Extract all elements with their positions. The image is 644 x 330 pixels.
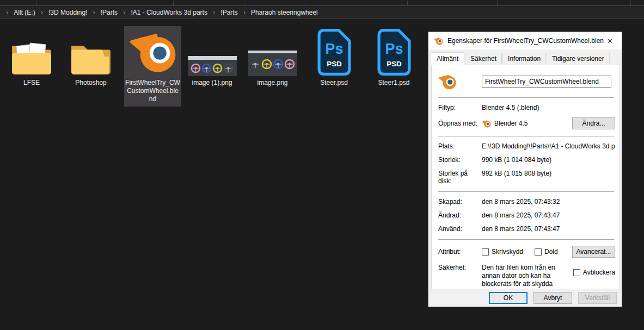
wheel-dark-icon [250,59,261,70]
file-label: Steer.psd [305,79,363,87]
filename-input[interactable] [482,76,611,88]
filetype-label: Filtyp: [438,104,482,111]
file-label: Photoshop [65,79,117,87]
tab-tidigare-versioner[interactable]: Tidigare versioner [547,53,610,64]
blender-icon [438,72,457,91]
breadcrumb-item-pharaoh[interactable]: Pharaoh steeringwheel [250,8,319,17]
opens-with-label: Öppnas med: [438,120,482,127]
toolbar-separator [497,1,498,5]
divider [438,191,614,192]
folder-with-documents-icon [10,40,53,76]
apply-button[interactable]: Verkställ [578,292,617,304]
modified-label: Ändrad: [438,211,482,219]
tab-allmant[interactable]: Allmänt [431,52,464,65]
wheel-pink-icon [191,63,201,73]
accessed-value: den 8 mars 2025, 07:43:47 [482,225,615,233]
wheel-yellow-icon [212,63,223,73]
file-label: FirstWheelTry_CWCustomWheel.blend [124,79,181,103]
svg-text:PSD: PSD [327,60,342,68]
dialog-footer: OK Avbryt Verkställ [428,289,622,307]
file-item-image-png[interactable]: image.png [244,26,301,107]
breadcrumb-item-parts[interactable]: !Parts [100,8,119,17]
wheel-yellow-icon [261,59,272,70]
toolbar-separator [36,1,37,5]
file-label: LFSE [5,79,58,87]
file-label: image.png [244,79,301,87]
folder-icon [70,40,112,76]
location-label: Plats: [438,142,482,150]
filetype-value: Blender 4.5 (.blend) [482,104,615,111]
hidden-checkbox[interactable] [535,248,542,256]
file-item-image1-png[interactable]: image (1).png [183,26,241,107]
svg-text:PSD: PSD [387,60,402,68]
readonly-checkbox-label: Skrivskydd [492,248,523,256]
file-item-steer-psd[interactable]: Ps PSD Steer.psd [305,26,363,107]
chevron-right-icon: › [243,7,246,18]
chevron-right-icon: › [213,7,215,18]
divider [438,136,614,136]
security-text: Den här filen kom från en annan dator oc… [482,264,571,289]
cancel-button[interactable]: Avbryt [533,292,572,304]
security-label: Säkerhet: [438,264,482,271]
accessed-label: Använd: [438,225,482,233]
chevron-right-icon: › [123,7,125,18]
dialog-tabs: Allmänt Säkerhet Information Tidigare ve… [428,49,622,64]
unblock-checkbox[interactable] [573,269,580,276]
size-value: 990 kB (1 014 084 byte) [482,156,615,164]
divider [438,97,614,98]
chevron-right-icon: › [41,7,43,18]
tab-sakerhet[interactable]: Säkerhet [465,53,502,64]
modified-value: den 8 mars 2025, 07:43:47 [482,211,615,219]
readonly-checkbox[interactable] [482,248,489,256]
tab-information[interactable]: Information [502,53,546,64]
toolbar-separator [407,1,408,5]
svg-text:Ps: Ps [385,41,403,57]
general-tab-panel: Filtyp: Blender 4.5 (.blend) Öppnas med:… [431,65,620,289]
blender-icon [434,36,443,46]
toolbar-separator [630,1,631,5]
breadcrumb-item-cloudworks[interactable]: !A1 - CloudWorks 3d parts [130,8,208,17]
file-label: image (1).png [183,79,241,87]
hidden-checkbox-label: Dold [544,248,558,256]
psd-file-icon: Ps PSD [317,28,351,76]
advanced-button[interactable]: Avancerat... [572,246,615,258]
wheel-pink-icon [284,59,295,70]
breadcrumb-item-3d-modding[interactable]: !3D Modding! [47,8,88,17]
toolbar-separator [173,1,174,5]
dialog-title: Egenskaper för FirstWheelTry_CWCustomWhe… [447,37,604,45]
file-item-lfse[interactable]: LFSE [5,26,58,107]
file-label: Steer1.psd [365,79,422,87]
wheel-blue-icon [273,59,284,70]
chevron-right-icon: › [6,7,8,18]
dialog-titlebar[interactable]: Egenskaper för FirstWheelTry_CWCustomWhe… [428,32,622,49]
svg-text:Ps: Ps [325,41,343,57]
ok-button[interactable]: OK [489,292,528,304]
file-item-photoshop[interactable]: Photoshop [65,26,117,107]
file-item-steer1-psd[interactable]: Ps PSD Steer1.psd [365,26,422,107]
size-label: Storlek: [438,156,482,164]
blender-icon [128,27,177,76]
command-bar-sliver [0,0,644,6]
change-app-button[interactable]: Ändra... [572,117,615,129]
toolbar-separator [305,1,305,5]
file-item-blend[interactable]: FirstWheelTry_CWCustomWheel.blend [124,26,181,107]
divider [438,239,614,240]
wheel-dark-icon [223,63,234,73]
chevron-right-icon: › [93,7,95,18]
unblock-checkbox-label: Avblockera [583,269,615,276]
breadcrumb-item-parts2[interactable]: !Parts [219,8,238,17]
created-value: den 8 mars 2025, 07:43:32 [482,198,615,206]
psd-file-icon: Ps PSD [377,28,411,76]
properties-dialog: Egenskaper för FirstWheelTry_CWCustomWhe… [428,32,622,307]
explorer-window: › Allt (E:) › !3D Modding! › !Parts › !A… [0,0,644,330]
size-on-disk-label: Storlek på disk: [438,170,482,185]
close-icon[interactable]: ✕ [604,36,616,46]
image-thumbnail [188,56,237,76]
created-label: Skapad: [438,198,482,206]
attributes-label: Attribut: [438,248,482,256]
opens-with-value: Blender 4.5 [494,120,528,127]
wheel-blue-icon [201,63,212,73]
breadcrumb: › Allt (E:) › !3D Modding! › !Parts › !A… [0,7,644,19]
breadcrumb-item-drive[interactable]: Allt (E:) [13,8,36,17]
blender-icon [482,119,491,128]
